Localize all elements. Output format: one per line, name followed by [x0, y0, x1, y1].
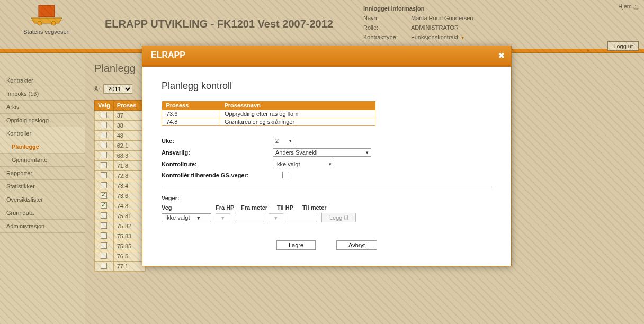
checkbox[interactable] — [101, 222, 107, 229]
proc-col-code: Prosess — [162, 101, 220, 110]
user-info: Innlogget informasjon Navn: Marita Ruud … — [363, 3, 591, 43]
row-checkbox-cell[interactable] — [95, 151, 114, 161]
sidebar-item-oppfolgingslogg[interactable]: Oppfølgingslogg — [0, 114, 85, 127]
checkbox[interactable] — [101, 112, 107, 118]
row-checkbox-cell[interactable] — [95, 201, 114, 211]
row-code: 48 — [113, 131, 145, 141]
sidebar-item-rapporter[interactable]: Rapporter — [0, 167, 85, 180]
cancel-button[interactable]: Avbryt — [336, 240, 377, 250]
modal-header: ELRAPP ✖ — [142, 46, 511, 67]
table-row: 73.6 — [95, 191, 146, 201]
app-title: ELRAPP UTVIKLING - FK1201 Vest 2007-2012 — [84, 3, 363, 30]
add-veg-button[interactable]: Legg til — [321, 213, 356, 222]
tilmeter-input[interactable] — [288, 213, 317, 222]
logout-button[interactable]: Logg ut — [607, 41, 639, 51]
row-checkbox-cell[interactable] — [95, 111, 114, 121]
svg-rect-0 — [39, 5, 55, 17]
kontrollrute-select[interactable]: Ikke valgt▾ — [273, 160, 334, 168]
year-label: År: — [94, 86, 102, 92]
sidebar-item-oversiktslister[interactable]: Oversiktslister — [0, 193, 85, 206]
row-checkbox-cell[interactable] — [95, 231, 114, 241]
header-extra-dropdown-icon[interactable]: ▾ — [587, 48, 589, 53]
table-row: 74.8 — [95, 201, 146, 211]
sidebar-item-arkiv[interactable]: Arkiv — [0, 101, 85, 114]
row-checkbox-cell[interactable] — [95, 131, 114, 141]
row-code: 76.5 — [113, 251, 145, 262]
checkbox[interactable] — [101, 253, 107, 259]
process-table: Velg Proses 37384862.168.371.872.873.473… — [94, 100, 146, 272]
row-checkbox-cell[interactable] — [95, 171, 114, 181]
table-row: 75.83 — [95, 231, 146, 241]
table-row: 77.1 — [95, 262, 146, 272]
tilhp-select[interactable]: ▾ — [269, 213, 283, 222]
row-checkbox-cell[interactable] — [95, 161, 114, 171]
home-icon — [633, 4, 639, 10]
row-checkbox-cell[interactable] — [95, 251, 114, 262]
row-checkbox-cell[interactable] — [95, 241, 114, 251]
veg-select[interactable]: Ikke valgt▾ — [162, 213, 211, 222]
sidebar-item-administrasjon[interactable]: Administrasjon — [0, 220, 85, 233]
contract-type-dropdown[interactable]: Funksjonskontrakt — [411, 33, 591, 42]
checkbox[interactable] — [101, 202, 107, 209]
sidebar-item-gjennomforte[interactable]: Gjennomførte — [0, 154, 85, 167]
row-checkbox-cell[interactable] — [95, 141, 114, 151]
ansvarlig-label: Ansvarlig: — [162, 149, 273, 156]
row-code: 62.1 — [113, 141, 145, 151]
sidebar-item-grunndata[interactable]: Grunndata — [0, 206, 85, 220]
sidebar: Kontrakter Innboks (16) Arkiv Oppfølging… — [0, 53, 85, 324]
user-info-title: Innlogget informasjon — [363, 5, 591, 12]
modal-planlegg-kontroll: ELRAPP ✖ Planlegg kontroll Prosess Prose… — [142, 46, 512, 266]
checkbox[interactable] — [101, 152, 107, 158]
sidebar-item-planlegge[interactable]: Planlegge — [0, 140, 85, 154]
checkbox[interactable] — [101, 172, 107, 178]
veger-label: Veger: — [162, 195, 492, 201]
user-name-value: Marita Ruud Gundersen — [411, 14, 591, 22]
chevron-down-icon: ▾ — [329, 161, 332, 167]
table-row: 73.4 — [95, 181, 146, 191]
table-row: 76.5 — [95, 251, 146, 262]
chevron-down-icon: ▾ — [366, 150, 369, 155]
uke-label: Uke: — [162, 138, 273, 144]
frameter-input[interactable] — [235, 213, 264, 222]
checkbox[interactable] — [101, 263, 107, 269]
sidebar-item-innboks[interactable]: Innboks (16) — [0, 87, 85, 101]
brand-text: Statens vegvesen — [10, 29, 84, 35]
checkbox[interactable] — [101, 192, 107, 199]
checkbox[interactable] — [101, 242, 107, 249]
table-row: 75.81 — [95, 211, 146, 221]
table-row: 48 — [95, 131, 146, 141]
uke-select[interactable]: 2▾ — [273, 137, 294, 145]
sidebar-item-kontrakter[interactable]: Kontrakter — [0, 74, 85, 87]
checkbox[interactable] — [101, 142, 107, 148]
modal-heading: Planlegg kontroll — [162, 80, 492, 92]
row-checkbox-cell[interactable] — [95, 181, 114, 191]
modal-title: ELRAPP — [151, 50, 185, 59]
year-select[interactable]: 2011 — [103, 84, 132, 94]
row-checkbox-cell[interactable] — [95, 262, 114, 272]
frahp-select[interactable]: ▾ — [216, 213, 230, 222]
row-checkbox-cell[interactable] — [95, 121, 114, 131]
close-icon[interactable]: ✖ — [498, 51, 505, 60]
row-checkbox-cell[interactable] — [95, 221, 114, 231]
sidebar-item-statistikker[interactable]: Statistikker — [0, 180, 85, 193]
row-code: 38 — [113, 121, 145, 131]
chevron-down-icon: ▾ — [197, 214, 200, 221]
gs-veger-checkbox[interactable] — [282, 172, 289, 178]
save-button[interactable]: Lagre — [276, 240, 316, 250]
header: Statens vegvesen ELRAPP UTVIKLING - FK12… — [0, 0, 644, 49]
row-code: 73.4 — [113, 181, 145, 191]
row-checkbox-cell[interactable] — [95, 211, 114, 221]
home-link[interactable]: Hjem — [618, 3, 632, 10]
sidebar-item-kontroller[interactable]: Kontroller — [0, 127, 85, 140]
brand-block: Statens vegvesen — [10, 3, 84, 35]
checkbox[interactable] — [101, 162, 107, 168]
header-right: Hjem Logg ut — [591, 3, 639, 51]
checkbox[interactable] — [101, 132, 107, 138]
ansvarlig-select[interactable]: Anders Svanekil▾ — [273, 148, 371, 157]
checkbox[interactable] — [101, 122, 107, 128]
checkbox[interactable] — [101, 182, 107, 188]
chevron-down-icon: ▾ — [274, 214, 278, 221]
checkbox[interactable] — [101, 212, 107, 219]
checkbox[interactable] — [101, 232, 107, 239]
row-checkbox-cell[interactable] — [95, 191, 114, 201]
